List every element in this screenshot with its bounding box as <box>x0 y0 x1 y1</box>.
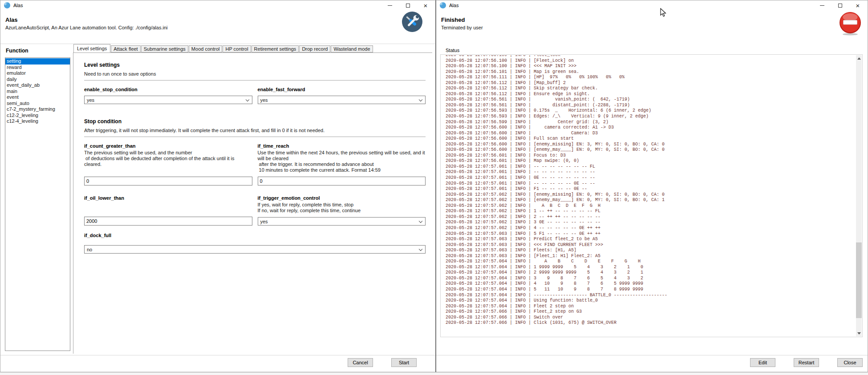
chevron-down-icon <box>419 98 422 101</box>
enable-fast-forward-select[interactable]: yes <box>258 96 426 104</box>
tab-submarine-settings[interactable]: Submarine settings <box>141 45 188 52</box>
log-line: 2020-05-28 12:07:57.061 | INFO | -- -- -… <box>446 181 855 187</box>
field-desc: The previous setting will be used, and t… <box>84 150 252 167</box>
chevron-down-icon <box>419 247 422 251</box>
chevron-down-icon <box>245 98 249 101</box>
section-divider <box>84 137 426 137</box>
window-title: Alas <box>449 3 458 8</box>
log-line: 2020-05-28 12:07:57.062 | INFO | 4 -- --… <box>446 226 855 231</box>
log-line: 2020-05-28 12:07:56.593 | INFO | Edges: … <box>446 114 855 120</box>
titlebar[interactable]: Alas <box>436 0 868 10</box>
titlebar[interactable]: Alas <box>0 0 435 10</box>
function-item-daily[interactable]: daily <box>5 77 70 83</box>
if-count-greater-than-input[interactable] <box>84 177 252 185</box>
edit-button[interactable]: Edit <box>750 358 775 367</box>
log-scrollbar[interactable] <box>856 55 862 336</box>
log-line: 2020-05-28 12:07:56.112 | INFO | Ensure … <box>446 92 855 97</box>
log-line: 2020-05-28 12:07:57.066 | INFO | Switch … <box>446 315 855 321</box>
maximize-button[interactable] <box>399 0 417 10</box>
function-listbox[interactable]: settingrewardemulatordailyevent_daily_ab… <box>5 57 70 351</box>
field-label-if-count-greater-than: if_count_greater_than <box>84 143 252 149</box>
status-title: Finished <box>441 16 483 23</box>
log-line: 2020-05-28 12:07:57.064 | INFO | -------… <box>446 293 855 298</box>
function-item-main[interactable]: main <box>5 89 70 95</box>
log-line: 2020-05-28 12:07:57.061 | INFO | F1 -- -… <box>446 186 855 192</box>
tab-level-settings[interactable]: Level settings <box>73 44 110 52</box>
log-line: 2020-05-28 12:07:57.062 | INFO | [enemy_… <box>446 198 855 203</box>
log-line: 2020-05-28 12:07:56.600 | INFO | Camera:… <box>446 131 855 137</box>
function-item-emulator[interactable]: emulator <box>5 70 70 77</box>
maximize-button[interactable] <box>831 0 849 10</box>
function-item-c7-2_mystery_farming[interactable]: c7-2_mystery_farming <box>5 106 70 113</box>
section-divider <box>84 80 426 81</box>
function-item-event[interactable]: event <box>5 94 70 101</box>
selected-value: no <box>87 247 92 252</box>
log-line: 2020-05-28 12:07:57.063 | INFO | Predict… <box>446 237 855 242</box>
app-logo-icon <box>4 2 10 8</box>
log-line: 2020-05-28 12:07:56.101 | INFO | Map is … <box>446 69 855 75</box>
function-item-event_daily_ab[interactable]: event_daily_ab <box>5 82 70 89</box>
scroll-up-icon <box>857 57 861 60</box>
if-oil-lower-than-input[interactable] <box>84 217 252 226</box>
tab-attack-fleet[interactable]: Attack fleet <box>111 45 140 52</box>
mouse-cursor <box>660 8 667 17</box>
minimize-button[interactable] <box>381 0 399 10</box>
stop-icon <box>838 11 862 36</box>
close-icon: × <box>856 2 860 9</box>
scroll-down-button[interactable] <box>856 330 862 336</box>
close-button[interactable]: × <box>849 0 867 10</box>
log-line: 2020-05-28 12:07:56.561 | INFO | vanish_… <box>446 97 855 103</box>
minimize-button[interactable] <box>813 0 831 10</box>
minimize-icon <box>820 5 824 6</box>
scroll-up-button[interactable] <box>856 55 862 61</box>
close-window-button[interactable]: Close <box>837 358 863 367</box>
tab-mood-control[interactable]: Mood control <box>189 45 223 52</box>
function-list-title: Function <box>6 48 28 54</box>
field-label-if-oil-lower-than: if_oil_lower_than <box>84 195 252 201</box>
log-line: 2020-05-28 12:07:57.064 | INFO | 4 10 9 … <box>446 281 855 287</box>
function-item-reward[interactable]: reward <box>5 65 70 71</box>
log-viewport: 2020-05-28 12:07:56.100 | INFO | fleet_l… <box>442 55 855 336</box>
log-line: 2020-05-28 12:07:57.061 | INFO | 0E -- -… <box>446 175 855 181</box>
restart-button[interactable]: Restart <box>794 358 819 367</box>
cancel-button[interactable]: Cancel <box>348 358 373 367</box>
start-button[interactable]: Start <box>391 358 417 367</box>
footer-divider <box>436 355 868 355</box>
if-trigger-emotion-control-select[interactable]: yes <box>258 217 426 226</box>
enable-stop-condition-select[interactable]: yes <box>84 96 252 104</box>
function-item-semi_auto[interactable]: semi_auto <box>5 101 70 107</box>
field-label-if-dock-full: if_dock_full <box>84 233 426 238</box>
field-desc: If yes, wait for reply, complete this ti… <box>258 202 426 214</box>
log-line: 2020-05-28 12:07:56.600 | INFO | [enemy_… <box>446 142 855 148</box>
log-line: 2020-05-28 12:07:57.066 | INFO | Click (… <box>446 320 855 326</box>
log-line: 2020-05-28 12:07:57.064 | INFO | Using f… <box>446 298 855 304</box>
tab-retirement-settings[interactable]: Retirement settings <box>251 45 299 52</box>
tab-drop-record[interactable]: Drop record <box>299 45 330 52</box>
log-line: 2020-05-28 12:07:56.601 | INFO | Map swi… <box>446 158 855 164</box>
scroll-down-icon <box>857 332 861 335</box>
field-label-enable-stop-condition: enable_stop_condition <box>84 87 252 92</box>
close-icon: × <box>424 2 428 9</box>
app-logo-icon <box>440 2 446 8</box>
if-time-reach-input[interactable] <box>258 177 426 185</box>
log-line: 2020-05-28 12:07:57.063 | INFO | 5 F1 --… <box>446 231 855 237</box>
function-item-c12-2_leveling[interactable]: c12-2_leveling <box>5 113 70 119</box>
footer-divider <box>0 355 435 355</box>
log-line: 2020-05-28 12:07:57.062 | INFO | 3 0E --… <box>446 220 855 226</box>
log-line: 2020-05-28 12:07:57.064 | INFO | 5 11 10… <box>446 287 855 293</box>
tab-wasteland-mode[interactable]: Wasteland mode <box>331 45 373 52</box>
function-item-c12-4_leveling[interactable]: c12-4_leveling <box>5 118 70 125</box>
scrollbar-thumb[interactable] <box>856 242 862 318</box>
log-line: 2020-05-28 12:07:56.600 | INFO | camera … <box>446 125 855 131</box>
log-line: 2020-05-28 12:07:56.100 | INFO | <<< MAP… <box>446 64 855 69</box>
log-line: 2020-05-28 12:07:57.064 | INFO | A B C D… <box>446 259 855 265</box>
tab-hp-control[interactable]: HP control <box>223 45 251 52</box>
if-dock-full-select[interactable]: no <box>84 245 426 254</box>
close-button[interactable]: × <box>417 0 434 10</box>
function-item-setting[interactable]: setting <box>5 58 70 65</box>
log-line: 2020-05-28 12:07:57.064 | INFO | 2 9999 … <box>446 270 855 276</box>
log-line: 2020-05-28 12:07:57.061 | INFO | -- -- -… <box>446 169 855 175</box>
log-line: 2020-05-28 12:07:57.063 | INFO | Fleets:… <box>446 248 855 254</box>
maximize-icon <box>838 4 842 8</box>
header-divider <box>0 44 435 44</box>
